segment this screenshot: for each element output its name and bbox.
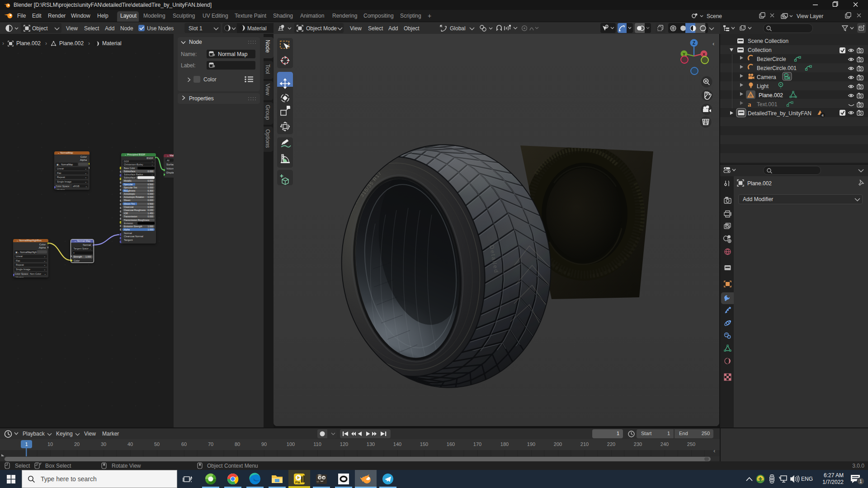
svg-text:Z: Z (693, 41, 695, 46)
svg-text:Rotate View: Rotate View (112, 463, 141, 469)
svg-text:160: 160 (447, 441, 455, 447)
svg-text:50: 50 (154, 441, 160, 447)
svg-text:240: 240 (660, 441, 669, 447)
svg-text:220: 220 (607, 441, 615, 447)
svg-text:Object Context Menu: Object Context Menu (207, 463, 258, 469)
svg-text:210: 210 (580, 441, 589, 447)
svg-text:Text.001: Text.001 (757, 101, 778, 108)
svg-text:80: 80 (235, 441, 240, 447)
svg-text:60: 60 (181, 441, 187, 447)
svg-text:20: 20 (74, 441, 80, 447)
svg-text:170: 170 (473, 441, 481, 447)
svg-text:1: 1 (859, 479, 862, 484)
svg-text:Plane.002: Plane.002 (759, 92, 783, 99)
svg-text:140: 140 (393, 441, 401, 447)
svg-text:110: 110 (313, 441, 321, 447)
svg-text:200: 200 (554, 441, 562, 447)
svg-text:DetailedTire_by_UnityFAN: DetailedTire_by_UnityFAN (748, 110, 811, 117)
svg-text:Scene Collection: Scene Collection (748, 38, 788, 44)
svg-text:40: 40 (127, 441, 133, 447)
svg-text:4: 4 (821, 113, 824, 117)
svg-text:30: 30 (101, 441, 106, 447)
svg-text:130: 130 (367, 441, 375, 447)
svg-text:BezierCircle.001: BezierCircle.001 (757, 65, 797, 71)
svg-text:120: 120 (340, 441, 348, 447)
svg-text:190: 190 (527, 441, 535, 447)
svg-text:BezierCircle: BezierCircle (757, 56, 786, 62)
svg-text:Pla: Pla (295, 481, 300, 484)
svg-text:Light: Light (757, 83, 769, 89)
svg-text:1: 1 (25, 441, 28, 447)
svg-text:X: X (703, 52, 705, 56)
svg-text:Select: Select (15, 463, 30, 469)
svg-text:230: 230 (634, 441, 642, 447)
svg-text:a: a (748, 101, 751, 108)
svg-text:Box Select: Box Select (45, 463, 71, 469)
svg-text:Camera: Camera (757, 74, 776, 80)
svg-text:100: 100 (287, 441, 295, 447)
svg-text:250: 250 (687, 441, 695, 447)
svg-text:Collection: Collection (748, 47, 772, 53)
svg-text:70: 70 (208, 441, 213, 447)
svg-text:180: 180 (500, 441, 509, 447)
svg-text:90: 90 (261, 441, 267, 447)
svg-text:150: 150 (420, 441, 428, 447)
svg-text:10: 10 (47, 441, 53, 447)
